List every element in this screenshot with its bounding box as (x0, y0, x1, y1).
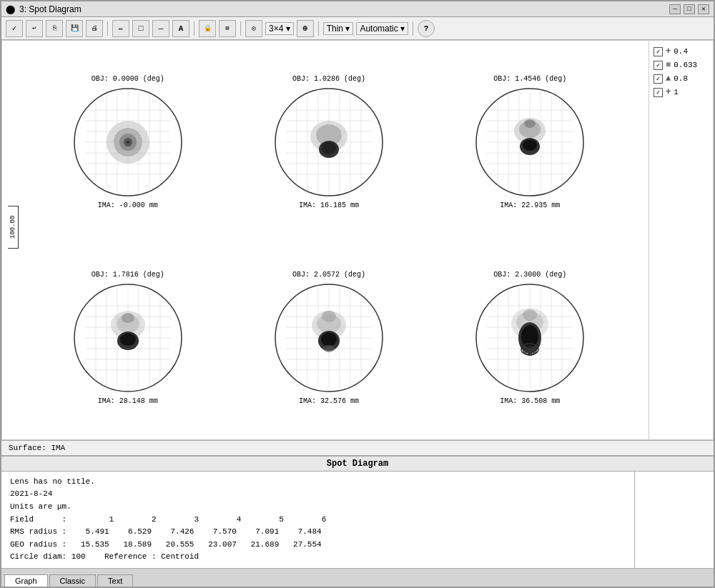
automatic-dropdown[interactable]: Automatic ▾ (356, 22, 408, 35)
window-icon: ⬤ (6, 4, 15, 14)
target-button[interactable]: ⊙ (245, 20, 262, 37)
data-line-6: GEO radius : 15.535 18.589 20.555 23.007… (10, 539, 626, 552)
separator-2 (194, 21, 194, 36)
svg-point-104 (323, 345, 335, 352)
legend-symbol-4: + (666, 87, 671, 97)
legend-value-1: 0.4 (674, 47, 688, 56)
draw-button[interactable]: ✏ (112, 20, 129, 37)
legend-item-3: ✓ ▲ 0.8 (654, 74, 688, 84)
legend-check-3: ✓ (654, 74, 663, 84)
svg-point-124 (521, 325, 538, 348)
window-title: 3: Spot Diagram (19, 4, 82, 14)
svg-point-103 (322, 311, 336, 322)
line-button[interactable]: — (152, 20, 169, 37)
spot-6-container (473, 281, 587, 395)
svg-point-129 (528, 352, 532, 355)
spot-cell-4: OBJ: 1.7816 (deg) (31, 244, 225, 432)
main-window: ⬤ 3: Spot Diagram — □ ✕ ✓ ↩ ⎘ 💾 🖨 ✏ □ — … (0, 0, 715, 588)
data-panel-title: Spot Diagram (1, 457, 714, 472)
legend-symbol-1: + (666, 46, 671, 56)
spot-4-obj-label: OBJ: 1.7816 (deg) (92, 271, 164, 279)
spot-6-obj-label: OBJ: 2.3000 (deg) (493, 271, 566, 279)
thin-dropdown[interactable]: Thin ▾ (323, 22, 354, 35)
maximize-button[interactable]: □ (684, 4, 695, 14)
spot-6-svg (473, 281, 587, 395)
spots-grid: OBJ: 0.0000 (deg) (31, 48, 627, 432)
spot-2-container (272, 85, 386, 199)
legend-symbol-2: ■ (666, 60, 671, 70)
spot-5-svg (272, 281, 386, 395)
spot-cell-5: OBJ: 2.0572 (deg) (232, 244, 425, 432)
main-content: 100.00 OBJ: 0.0000 (deg) (1, 40, 714, 568)
save-button[interactable]: 💾 (66, 20, 83, 37)
rect-button[interactable]: □ (132, 20, 149, 37)
title-bar: ⬤ 3: Spot Diagram — □ ✕ (1, 1, 714, 17)
spot-4-container (71, 281, 185, 395)
svg-point-125 (523, 309, 537, 321)
svg-point-102 (321, 332, 337, 347)
spot-3-container (473, 85, 587, 199)
spot-1-container (71, 85, 185, 199)
spot-cell-2: OBJ: 1.0286 (deg) (232, 48, 425, 236)
spot-1-ima-label: IMA: -0.000 mm (98, 201, 158, 209)
spot-2-ima-label: IMA: 16.185 mm (299, 201, 359, 209)
legend-check-2: ✓ (654, 61, 663, 70)
separator-5 (413, 21, 413, 36)
tab-classic[interactable]: Classic (49, 574, 96, 587)
data-panel: Spot Diagram Lens has no title. 2021-8-2… (1, 456, 714, 568)
minimize-button[interactable]: — (669, 4, 681, 14)
spot-3-ima-label: IMA: 22.935 mm (500, 201, 560, 209)
spot-cell-6: OBJ: 2.3000 (deg) (433, 244, 627, 432)
title-bar-controls: — □ ✕ (669, 4, 709, 14)
spot-4-svg (71, 281, 185, 395)
data-panel-content: Lens has no title. 2021-8-24 Units are μ… (1, 472, 714, 568)
spot-2-svg (272, 85, 386, 199)
tab-text[interactable]: Text (97, 574, 133, 587)
data-line-4: Field : 1 2 3 4 5 6 (10, 514, 626, 527)
grid-button[interactable]: ⊞ (219, 20, 236, 37)
lock-button[interactable]: 🔒 (199, 20, 216, 37)
svg-point-40 (322, 141, 336, 154)
grid-layout-dropdown[interactable]: 3×4 ▾ (265, 22, 294, 35)
spot-5-container (272, 281, 386, 395)
legend-item-1: ✓ + 0.4 (654, 46, 688, 56)
svg-point-81 (120, 333, 136, 346)
spot-5-ima-label: IMA: 32.576 mm (299, 397, 359, 405)
separator-4 (318, 21, 319, 36)
legend: ✓ + 0.4 ✓ ■ 0.633 ✓ ▲ 0.8 ✓ + 1 (649, 40, 714, 440)
check-button[interactable]: ✓ (6, 20, 23, 37)
legend-value-3: 0.8 (674, 74, 688, 83)
plot-area: 100.00 OBJ: 0.0000 (deg) (1, 40, 649, 440)
separator-3 (240, 21, 241, 36)
legend-check-4: ✓ (654, 88, 663, 97)
text-button[interactable]: A (172, 20, 189, 37)
spot-3-obj-label: OBJ: 1.4546 (deg) (493, 75, 566, 83)
data-line-1: Lens has no title. (10, 476, 626, 489)
data-line-3: Units are μm. (10, 501, 626, 514)
print-button[interactable]: 🖨 (86, 20, 103, 37)
close-button[interactable]: ✕ (698, 4, 709, 14)
spot-4-ima-label: IMA: 28.148 mm (98, 397, 158, 405)
svg-point-60 (523, 139, 537, 151)
undo-button[interactable]: ↩ (26, 20, 43, 37)
legend-value-2: 0.633 (674, 61, 697, 69)
help-button[interactable]: ? (418, 20, 435, 37)
data-panel-right (635, 472, 714, 568)
svg-point-20 (127, 141, 129, 144)
spot-6-ima-label: IMA: 36.508 mm (500, 397, 560, 405)
legend-symbol-3: ▲ (666, 74, 671, 84)
spot-3-svg (473, 85, 587, 199)
tab-graph[interactable]: Graph (4, 574, 48, 587)
spot-5-obj-label: OBJ: 2.0572 (deg) (292, 271, 365, 279)
data-line-2: 2021-8-24 (10, 488, 626, 501)
legend-check-1: ✓ (654, 47, 663, 56)
copy-button[interactable]: ⎘ (46, 20, 63, 37)
scale-indicator: 100.00 (8, 206, 19, 249)
svg-point-82 (122, 313, 134, 323)
bottom-tabs: Graph Classic Text (1, 568, 714, 587)
svg-point-61 (524, 119, 536, 128)
info-bar: Surface: IMA (1, 440, 714, 456)
spot-2-obj-label: OBJ: 1.0286 (deg) (292, 75, 365, 83)
data-panel-text: Lens has no title. 2021-8-24 Units are μ… (1, 472, 635, 568)
plus-button[interactable]: ⊕ (297, 20, 314, 37)
